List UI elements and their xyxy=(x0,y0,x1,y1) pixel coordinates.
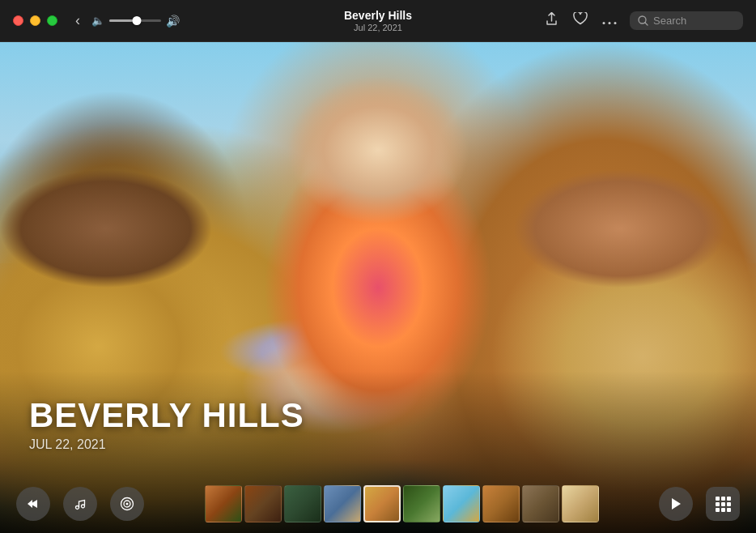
grid-dot xyxy=(716,497,720,501)
grid-dot xyxy=(721,502,725,506)
thumbnail-5[interactable] xyxy=(363,485,401,522)
minimize-button[interactable] xyxy=(30,15,40,26)
svg-point-8 xyxy=(126,503,129,505)
search-box[interactable] xyxy=(630,11,743,30)
grid-dot xyxy=(716,508,720,512)
volume-low-icon: 🔈 xyxy=(91,15,104,27)
thumbnail-8[interactable] xyxy=(482,485,520,522)
grid-dot xyxy=(721,497,725,501)
controls-bar xyxy=(0,475,756,533)
more-button[interactable] xyxy=(601,11,618,31)
svg-point-1 xyxy=(609,22,611,24)
grid-view-button[interactable] xyxy=(706,487,740,521)
traffic-lights xyxy=(13,15,57,26)
grid-dot xyxy=(721,508,725,512)
svg-point-0 xyxy=(603,22,605,24)
rewind-button[interactable] xyxy=(16,487,50,521)
thumbnail-strip xyxy=(157,483,646,525)
thumbnail-6[interactable] xyxy=(403,485,440,522)
photo-title-overlay: BEVERLY HILLS JUL 22, 2021 xyxy=(29,399,304,452)
volume-high-icon: 🔊 xyxy=(166,15,180,28)
main-content: BEVERLY HILLS JUL 22, 2021 xyxy=(0,42,756,533)
search-icon xyxy=(638,15,648,26)
thumbnail-7[interactable] xyxy=(443,485,480,522)
hero-image: BEVERLY HILLS JUL 22, 2021 xyxy=(0,42,756,533)
volume-control: 🔈 🔊 xyxy=(91,15,180,28)
window-title: Beverly Hills xyxy=(344,9,412,22)
grid-dot xyxy=(727,497,731,501)
close-button[interactable] xyxy=(13,15,23,26)
photo-title: BEVERLY HILLS xyxy=(29,399,304,433)
thumbnail-3[interactable] xyxy=(284,485,321,522)
music-button[interactable] xyxy=(63,487,97,521)
thumbnail-9[interactable] xyxy=(522,485,559,522)
back-button[interactable]: ‹ xyxy=(70,11,85,31)
volume-thumb[interactable] xyxy=(132,16,141,25)
play-button[interactable] xyxy=(659,487,693,521)
filter-button[interactable] xyxy=(110,487,144,521)
thumbnail-4[interactable] xyxy=(324,485,361,522)
maximize-button[interactable] xyxy=(47,15,57,26)
thumbnail-1[interactable] xyxy=(205,485,242,522)
photo-date: JUL 22, 2021 xyxy=(29,437,304,452)
window-title-area: Beverly Hills Jul 22, 2021 xyxy=(344,9,412,32)
thumbnail-2[interactable] xyxy=(244,485,282,522)
svg-point-2 xyxy=(614,22,617,24)
titlebar: ‹ 🔈 🔊 Beverly Hills Jul 22, 2021 xyxy=(0,0,756,42)
window-subtitle: Jul 22, 2021 xyxy=(344,23,412,32)
grid-dot xyxy=(716,502,720,506)
grid-dot xyxy=(727,502,731,506)
grid-dot xyxy=(727,508,731,512)
toolbar-right xyxy=(543,11,743,32)
grid-icon xyxy=(716,497,731,512)
favorite-button[interactable] xyxy=(571,11,589,31)
volume-slider[interactable] xyxy=(109,19,161,22)
thumbnail-10[interactable] xyxy=(562,485,599,522)
share-button[interactable] xyxy=(543,11,560,32)
search-input[interactable] xyxy=(653,15,734,27)
